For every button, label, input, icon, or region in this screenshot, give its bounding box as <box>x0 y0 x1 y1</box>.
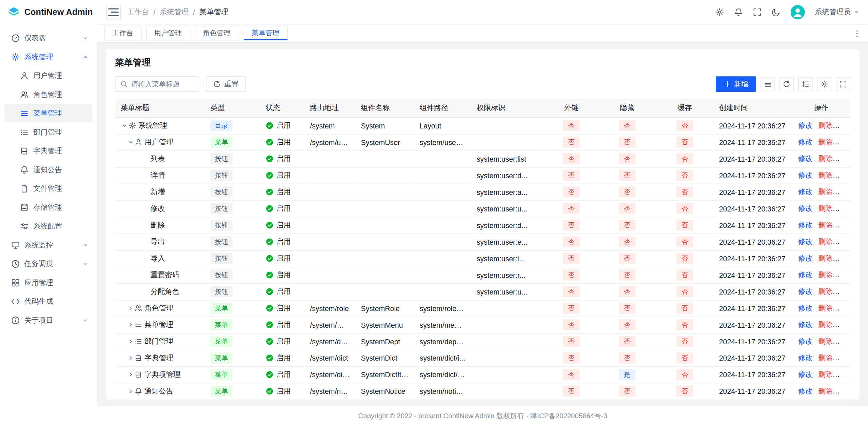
refresh-table-button[interactable] <box>780 77 794 91</box>
component-path-cell: system/menu... <box>414 317 471 333</box>
edit-link[interactable]: 修改 <box>798 204 812 212</box>
delete-link[interactable]: 删除 <box>818 270 832 279</box>
sidebar-item[interactable]: 系统监控 <box>4 236 93 254</box>
sidebar-item[interactable]: 代码生成 <box>4 292 93 310</box>
delete-link[interactable]: 删除 <box>818 187 832 196</box>
notification-icon[interactable] <box>734 8 743 17</box>
delete-link[interactable]: 删除 <box>818 337 832 345</box>
add-link[interactable]: 新增 <box>838 155 850 163</box>
dark-mode-icon[interactable] <box>772 8 781 17</box>
fullscreen-table-button[interactable] <box>836 77 850 91</box>
delete-link[interactable]: 删除 <box>818 304 832 312</box>
add-link[interactable]: 新增 <box>838 287 850 295</box>
add-link[interactable]: 新增 <box>838 204 850 212</box>
delete-link[interactable]: 删除 <box>818 254 832 262</box>
edit-link[interactable]: 修改 <box>798 304 812 312</box>
sidebar-item[interactable]: 菜单管理 <box>4 104 93 122</box>
add-link[interactable]: 新增 <box>838 337 850 345</box>
delete-link[interactable]: 删除 <box>818 221 832 229</box>
add-link[interactable]: 新增 <box>838 387 850 395</box>
sidebar-item[interactable]: 字典管理 <box>4 142 93 160</box>
edit-link[interactable]: 修改 <box>798 270 812 279</box>
delete-link[interactable]: 删除 <box>818 387 832 395</box>
chevron-down-icon[interactable] <box>121 122 129 129</box>
add-link[interactable]: 新增 <box>838 270 850 279</box>
add-link[interactable]: 新增 <box>838 187 850 196</box>
delete-link[interactable]: 删除 <box>818 320 832 328</box>
reset-button[interactable]: 重置 <box>206 76 246 92</box>
sidebar-item[interactable]: 通知公告 <box>4 160 93 179</box>
edit-link[interactable]: 修改 <box>798 221 812 229</box>
sidebar-item[interactable]: 文件管理 <box>4 179 93 198</box>
delete-link[interactable]: 删除 <box>818 237 832 245</box>
edit-link[interactable]: 修改 <box>798 387 812 395</box>
edit-link[interactable]: 修改 <box>798 171 812 179</box>
edit-link[interactable]: 修改 <box>798 353 812 362</box>
delete-link[interactable]: 删除 <box>818 370 832 378</box>
edit-link[interactable]: 修改 <box>798 337 812 345</box>
tab[interactable]: 角色管理 <box>195 26 239 40</box>
edit-link[interactable]: 修改 <box>798 121 812 129</box>
chevron-right-icon[interactable] <box>127 305 135 312</box>
add-link[interactable]: 新增 <box>838 221 850 229</box>
chevron-right-icon[interactable] <box>127 371 135 378</box>
delete-link[interactable]: 删除 <box>818 171 832 179</box>
add-link[interactable]: 新增 <box>838 254 850 262</box>
add-button[interactable]: 新增 <box>716 76 756 92</box>
add-link[interactable]: 新增 <box>838 304 850 312</box>
chevron-right-icon[interactable] <box>127 338 135 345</box>
delete-link[interactable]: 删除 <box>818 155 832 163</box>
breadcrumb-item[interactable]: 工作台 <box>127 7 149 17</box>
add-link[interactable]: 新增 <box>838 171 850 179</box>
chevron-right-icon[interactable] <box>127 322 135 328</box>
avatar[interactable] <box>790 5 805 19</box>
tab[interactable]: 工作台 <box>104 26 141 40</box>
sidebar-item[interactable]: 应用管理 <box>4 273 93 292</box>
sidebar-item[interactable]: 关于项目 <box>4 311 93 329</box>
add-link[interactable]: 新增 <box>838 370 850 378</box>
edit-link[interactable]: 修改 <box>798 155 812 163</box>
tab[interactable]: 用户管理 <box>146 26 190 40</box>
add-link[interactable]: 新增 <box>838 138 850 146</box>
collapse-sidebar-button[interactable] <box>106 5 120 19</box>
edit-link[interactable]: 修改 <box>798 254 812 262</box>
add-link[interactable]: 新增 <box>838 320 850 328</box>
sidebar-item[interactable]: 系统管理 <box>4 47 93 66</box>
edit-link[interactable]: 修改 <box>798 237 812 245</box>
delete-link[interactable]: 删除 <box>818 138 832 146</box>
sidebar-item[interactable]: 部门管理 <box>4 123 93 141</box>
delete-link[interactable]: 删除 <box>818 121 832 129</box>
add-link[interactable]: 新增 <box>838 121 850 129</box>
delete-link[interactable]: 删除 <box>818 287 832 295</box>
stripe-button[interactable] <box>761 77 775 91</box>
chevron-right-icon[interactable] <box>127 355 135 362</box>
sidebar-item[interactable]: 存储管理 <box>4 198 93 216</box>
settings-icon[interactable] <box>715 8 724 17</box>
edit-link[interactable]: 修改 <box>798 187 812 196</box>
breadcrumb-item[interactable]: 系统管理 <box>160 7 189 17</box>
permission-cell <box>471 117 544 134</box>
sidebar-item[interactable]: 角色管理 <box>4 85 93 103</box>
sidebar-item[interactable]: 任务调度 <box>4 255 93 273</box>
tab[interactable]: 菜单管理 <box>243 26 288 40</box>
edit-link[interactable]: 修改 <box>798 370 812 378</box>
add-link[interactable]: 新增 <box>838 353 850 362</box>
add-link[interactable]: 新增 <box>838 237 850 245</box>
fullscreen-icon[interactable] <box>753 8 762 17</box>
delete-link[interactable]: 删除 <box>818 353 832 362</box>
sidebar-item[interactable]: 用户管理 <box>4 66 93 85</box>
sidebar-item[interactable]: 系统配置 <box>4 217 93 235</box>
edit-link[interactable]: 修改 <box>798 138 812 146</box>
chevron-down-icon[interactable] <box>127 139 135 146</box>
column-settings-button[interactable] <box>817 77 831 91</box>
sidebar-item[interactable]: 仪表盘 <box>4 29 93 47</box>
user-menu[interactable]: 系统管理员 <box>815 7 859 17</box>
search-input[interactable] <box>131 80 194 88</box>
line-height-button[interactable] <box>798 77 812 91</box>
chevron-right-icon[interactable] <box>127 388 135 394</box>
edit-link[interactable]: 修改 <box>798 320 812 328</box>
tab-options-icon[interactable] <box>852 29 861 38</box>
delete-link[interactable]: 删除 <box>818 204 832 212</box>
brand-logo[interactable]: ContiNew Admin <box>0 0 97 24</box>
edit-link[interactable]: 修改 <box>798 287 812 295</box>
